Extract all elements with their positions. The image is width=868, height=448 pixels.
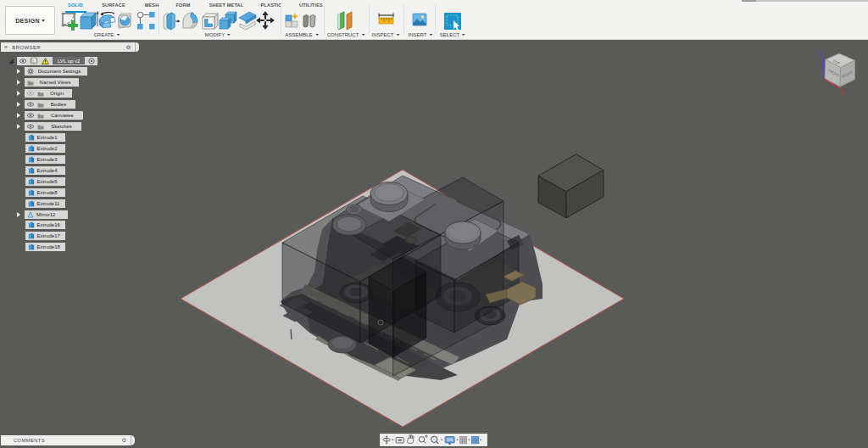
svg-text:X: X (840, 89, 845, 97)
svg-text:Z: Z (819, 50, 823, 58)
